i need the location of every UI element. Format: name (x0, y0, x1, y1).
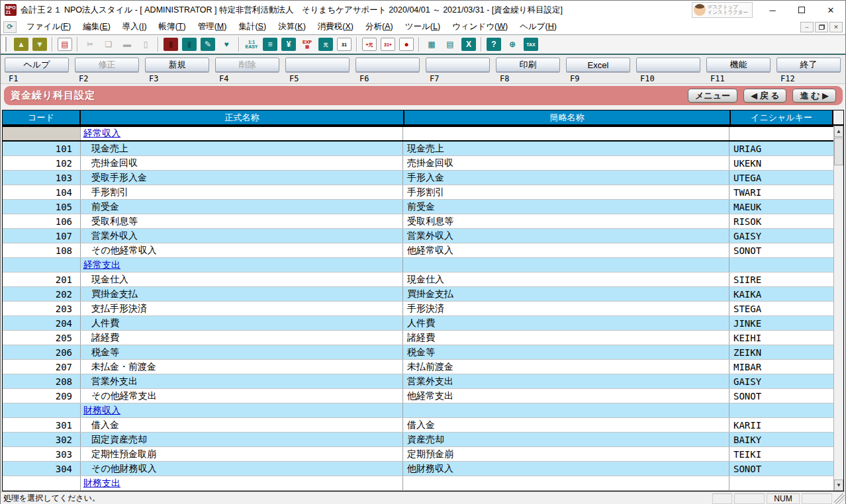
table-row[interactable]: 208営業外支出営業外支出GAISY (3, 374, 833, 389)
table-row[interactable]: 302固定資産売却資産売却BAIKY (3, 433, 833, 447)
table-list-icon[interactable]: ▤ (443, 38, 457, 51)
menu-item-E[interactable]: 編集(E) (77, 20, 117, 34)
cut-icon[interactable]: ✂ (83, 38, 97, 51)
clipboard-icon[interactable]: ▯ (138, 38, 153, 51)
table-edit-icon[interactable]: ▦ (424, 38, 439, 51)
favorite-heart-icon[interactable]: ♥ (219, 38, 234, 51)
cell-short-name: 資産売却 (403, 433, 729, 446)
back-button[interactable]: ◀ 戻 る (743, 89, 787, 103)
menu-item-L[interactable]: ツール(L) (399, 20, 446, 34)
status-cell-empty (734, 493, 765, 504)
exp-table-icon[interactable]: EXP ▦ (300, 38, 314, 51)
entry-edit-icon[interactable]: ✎ (201, 38, 215, 51)
cell-code: 102 (3, 156, 81, 170)
folder-export-icon[interactable]: ▲ (14, 38, 28, 51)
table-row[interactable]: 206税金等税金等ZEIKN (3, 345, 833, 360)
section-row[interactable]: 経常収入 (3, 126, 833, 142)
mdi-system-icon[interactable]: ⟳ (3, 21, 17, 33)
table-row[interactable]: 201現金仕入現金仕入SIIRE (3, 273, 833, 287)
gen-doc-icon[interactable]: 元 (318, 38, 333, 51)
resize-grip[interactable] (834, 493, 845, 504)
fn-button-f8[interactable]: 印刷 (496, 58, 560, 72)
journal-book-icon[interactable]: ▮ (182, 38, 197, 51)
help-icon[interactable]: ? (487, 38, 501, 51)
table-row[interactable]: 105前受金前受金MAEUK (3, 200, 833, 214)
table-row[interactable]: 204人件費人件費JINKE (3, 316, 833, 331)
menu-item-F[interactable]: ファイル(F) (21, 20, 77, 34)
yen-keyboard-icon[interactable]: ¥ (281, 38, 296, 51)
minimize-button[interactable]: ─ (758, 1, 787, 19)
scroll-down-button[interactable]: ▼ (834, 480, 843, 491)
table-row[interactable]: 205諸経費諸経費KEIHI (3, 331, 833, 345)
tax-calc-icon[interactable]: TAX (524, 38, 538, 51)
table-row[interactable]: 108その他経常収入他経常収入SONOT (3, 243, 833, 258)
table-row[interactable]: 103受取手形入金手形入金UTEGA (3, 171, 833, 185)
cell-formal-name: その他財務収入 (81, 462, 403, 476)
ledger-book-icon[interactable]: ▮ (164, 38, 178, 51)
menu-item-T[interactable]: 帳簿(T) (153, 20, 192, 34)
easy-entry-icon[interactable]: 1:1 EASY (244, 38, 259, 51)
table-row[interactable]: 104手形割引手形割引TWARI (3, 185, 833, 200)
maximize-button[interactable] (787, 1, 816, 19)
table-row[interactable]: 107営業外収入営業外収入GAISY (3, 229, 833, 243)
lock-doc-icon[interactable]: ● (399, 38, 414, 51)
table-row[interactable]: 106受取利息等受取利息等RISOK (3, 214, 833, 229)
vertical-scrollbar[interactable]: ▲ ▼ (833, 126, 843, 491)
cell-initial-key: STEGA (729, 302, 833, 315)
master-setup-icon[interactable]: ▤ (58, 38, 72, 51)
fn-button-f9[interactable]: Excel (566, 58, 630, 72)
menu-item-A[interactable]: 分析(A) (359, 20, 399, 34)
table-row[interactable]: 304その他財務収入他財務収入SONOT (3, 462, 833, 476)
fn-button-f11[interactable]: 機能 (706, 58, 771, 72)
fn-button-f1[interactable]: ヘルプ (5, 58, 69, 72)
menu-item-W[interactable]: ウィンドウ(W) (446, 20, 514, 34)
copy-icon[interactable]: ❏ (101, 38, 116, 51)
table-row[interactable]: 301借入金借入金KARII (3, 418, 833, 433)
section-row[interactable]: 財務支出 (3, 476, 833, 491)
menu-item-I[interactable]: 導入(I) (117, 20, 153, 34)
add-calendar-icon[interactable]: 31+ (381, 38, 395, 51)
cell-short-name: 営業外支出 (403, 374, 729, 388)
add-gen-doc-icon[interactable]: +元 (362, 38, 377, 51)
mdi-restore-button[interactable] (815, 22, 828, 32)
calendar-31-icon[interactable]: 31 (337, 38, 352, 51)
scroll-track[interactable] (834, 165, 843, 480)
toolbar: ▲▼▤✂❏▬▯▮▮✎♥1:1 EASY≡¥EXP ▦元31+元31+●▦▤X?⊕… (1, 35, 845, 55)
menu-item-H[interactable]: ヘルプ(H) (514, 20, 563, 34)
menu-button[interactable]: メニュー (688, 89, 737, 103)
menu-item-S[interactable]: 集計(S) (232, 20, 272, 34)
section-row[interactable]: 経常支出 (3, 258, 833, 273)
cell-initial-key: UTEGA (729, 171, 833, 185)
menu-item-K[interactable]: 決算(K) (272, 20, 312, 34)
table-row[interactable]: 101現金売上現金売上URIAG (3, 142, 833, 156)
toolbar-grip[interactable] (3, 37, 7, 52)
fn-button-f12[interactable]: 終了 (776, 58, 841, 72)
desktop-instructor-button[interactable]: デスクトップ インストラクター (692, 2, 753, 18)
import-tray-icon[interactable]: ▼ (32, 38, 47, 51)
menu-item-M[interactable]: 管理(M) (192, 20, 233, 34)
table-row[interactable]: 202買掛金支払買掛金支払KAIKA (3, 287, 833, 302)
print-icon[interactable]: ▬ (120, 38, 134, 51)
excel-icon[interactable]: X (461, 38, 476, 51)
table-row[interactable]: 102売掛金回収売掛金回収UKEKN (3, 156, 833, 171)
section-row[interactable]: 財務収入 (3, 403, 833, 418)
fn-button-f2: 修正 (75, 58, 139, 72)
scroll-thumb[interactable] (834, 138, 843, 165)
close-button[interactable]: ✕ (816, 1, 845, 19)
fn-button-f3[interactable]: 新規 (145, 58, 209, 72)
mdi-restore-icon (819, 24, 825, 30)
scroll-up-button[interactable]: ▲ (834, 126, 843, 137)
table-row[interactable]: 207未払金・前渡金未払前渡金MIBAR (3, 360, 833, 374)
cell-short-name: 未払前渡金 (403, 360, 729, 374)
web-globe-icon[interactable]: ⊕ (505, 38, 520, 51)
mdi-close-button[interactable]: ✕ (829, 22, 843, 32)
keyboard-entry-icon[interactable]: ≡ (263, 38, 277, 51)
forward-button[interactable]: 進 む ▶ (792, 89, 836, 103)
table-row[interactable]: 209その他経常支出他経常支出SONOT (3, 389, 833, 403)
cell-initial-key: MIBAR (729, 360, 833, 374)
cell-code (3, 476, 81, 490)
table-row[interactable]: 203支払手形決済手形決済STEGA (3, 302, 833, 316)
menu-item-X[interactable]: 消費税(X) (312, 20, 359, 34)
mdi-minimize-button[interactable]: – (800, 22, 814, 32)
table-row[interactable]: 303定期性預金取崩定期預金崩TEIKI (3, 447, 833, 462)
